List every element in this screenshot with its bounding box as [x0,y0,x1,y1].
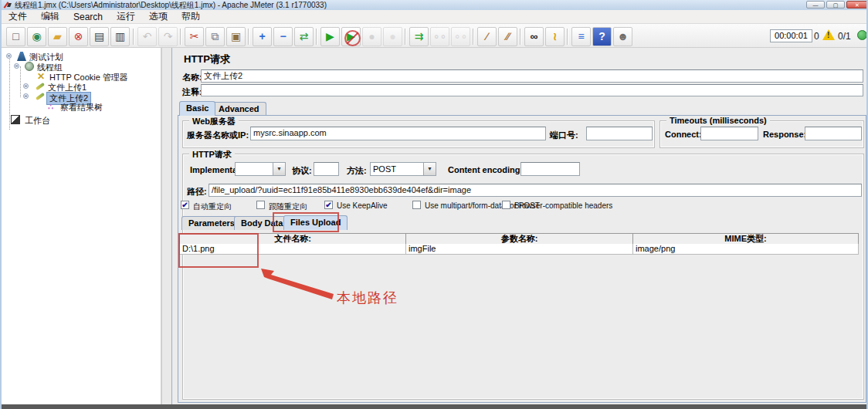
menu-run[interactable]: 运行 [110,9,142,24]
clear-all-button[interactable]: ∕∕ [498,27,517,46]
new-file-button[interactable]: □ [6,27,25,46]
start-no-pauses-button[interactable]: ▶ [341,27,361,46]
start-button[interactable]: ▶ [320,27,340,46]
expand-knob-icon[interactable] [6,53,12,59]
tree-item-thread-group[interactable]: 线程组 [2,61,161,72]
tree-item-file-upload-2[interactable]: 文件上传2 [2,91,161,102]
close-file-button[interactable]: ⊗ [69,27,88,46]
protocol-input[interactable] [314,162,339,176]
toolbar-separator [180,29,181,45]
column-header-param-name[interactable]: 参数名称: [405,233,633,245]
path-label: 路径: [187,186,207,198]
expand-knob-icon[interactable] [14,63,19,69]
remote-shutdown-all-button[interactable]: ∘∘ [451,27,470,46]
expand-knob-icon[interactable] [23,83,29,89]
checkbox-label: 自动重定向 [193,201,232,212]
search-button[interactable]: ∞ [524,27,544,46]
function-helper-icon: ≡ [572,28,590,46]
column-header-mime-type[interactable]: MIME类型: [632,233,859,245]
tree-item-workbench[interactable]: 工作台 [2,114,161,125]
path-input[interactable]: /file_upload/?uuid=ec11f91e85b411e8930eb… [209,184,862,197]
collapse-all-button[interactable]: − [273,27,293,46]
search-reset-button[interactable]: ≀ [545,27,565,46]
save-icon: ▤ [90,28,108,46]
close-button[interactable]: ✕ [846,1,868,8]
chevron-down-icon[interactable]: ▼ [273,163,285,175]
expand-knob-icon[interactable] [23,93,29,99]
multipart-post-checkbox[interactable] [412,201,421,209]
server-name-input[interactable]: mysrc.sinaapp.com [250,127,546,140]
tree-item-cookie-manager[interactable]: ✕ HTTP Cookie 管理器 [2,71,161,82]
follow-redirects-auto-checkbox[interactable]: ✔ [181,201,189,209]
tab-parameters[interactable]: Parameters [181,216,242,230]
menu-file[interactable]: 文件 [2,9,34,24]
tab-basic[interactable]: Basic [179,101,215,116]
menu-edit[interactable]: 编辑 [34,9,66,24]
function-helper-button[interactable]: ≡ [571,27,591,46]
elapsed-timer: 00:00:01 [770,29,812,42]
about-button[interactable]: ☻ [613,27,632,46]
save-button[interactable]: ▤ [90,27,109,46]
paste-icon: ▣ [227,28,245,46]
toolbar-separator [133,29,134,45]
open-file-button[interactable]: ▰ [48,27,67,46]
maximize-button[interactable]: ▢ [826,1,845,8]
undo-button[interactable]: ↶ [137,27,157,46]
clear-button[interactable]: ∕ [477,27,497,46]
stop-button[interactable]: ● [362,27,381,46]
shutdown-button[interactable]: ● [383,27,402,46]
copy-button[interactable]: ⧉ [205,27,225,46]
http-sampler-icon [36,93,45,100]
toggle-button[interactable]: ⇄ [294,27,314,46]
save-as-icon: ▥ [111,28,129,46]
close-file-icon: ⊗ [70,28,87,46]
comment-input[interactable] [201,84,863,96]
chevron-down-icon[interactable]: ▼ [423,163,436,175]
remote-stop-all-button[interactable]: ∘∘ [430,27,449,46]
new-file-icon: □ [7,28,25,46]
connect-input[interactable] [700,127,758,140]
tree-item-view-results-tree[interactable]: ∴ 察看结果树 [2,101,161,112]
tree-item-file-upload-1[interactable]: 文件上传1 [2,81,161,92]
use-keepalive-checkbox[interactable]: ✔ [324,201,333,209]
content-encoding-input[interactable] [520,162,580,176]
cookie-manager-icon: ✕ [37,72,46,81]
mime-type-cell[interactable]: image/png [632,244,859,255]
templates-button[interactable]: ◉ [27,27,46,46]
minimize-button[interactable]: — [806,1,825,8]
cut-icon: ✂ [185,28,203,46]
paste-button[interactable]: ▣ [226,27,246,46]
expand-all-button[interactable]: + [253,27,272,46]
web-server-legend: Web服务器 [189,116,239,127]
param-name-cell[interactable]: imgFile [405,244,633,255]
toolbar-separator [316,29,317,45]
save-as-button[interactable]: ▥ [110,27,130,46]
undo-icon: ↶ [138,28,156,46]
start-no-pauses-icon: ▶ [342,28,360,46]
menu-options[interactable]: 选项 [142,9,175,24]
remote-start-all-button[interactable]: ⇉ [409,27,429,46]
menu-search[interactable]: Search [66,11,110,23]
split-pane-divider[interactable] [161,48,172,404]
browser-compatible-headers-checkbox[interactable] [502,201,510,209]
redo-button[interactable]: ↷ [158,27,178,46]
follow-redirects-checkbox[interactable] [256,201,265,209]
tab-advanced[interactable]: Advanced [212,102,266,116]
method-select[interactable]: POST ▼ [370,162,436,176]
http-request-legend: HTTP请求 [189,149,235,161]
tree-item-test-plan[interactable]: 测试计划 [2,51,161,62]
checkbox-label: Use KeepAlive [337,201,388,210]
toggle-icon: ⇄ [295,28,313,46]
warning-icon[interactable] [822,29,835,40]
port-input[interactable] [586,127,653,140]
implementation-select[interactable]: ▼ [235,162,286,176]
help-button[interactable]: ? [592,27,612,46]
cut-button[interactable]: ✂ [185,27,204,46]
annotation-text: 本地路径 [337,289,398,307]
response-input[interactable] [805,127,862,140]
test-plan-icon [17,52,26,61]
expand-icon: + [253,28,271,46]
name-input[interactable]: 文件上传2 [201,69,863,83]
checkbox-label: 跟随重定向 [269,201,307,212]
menu-help[interactable]: 帮助 [175,9,207,24]
